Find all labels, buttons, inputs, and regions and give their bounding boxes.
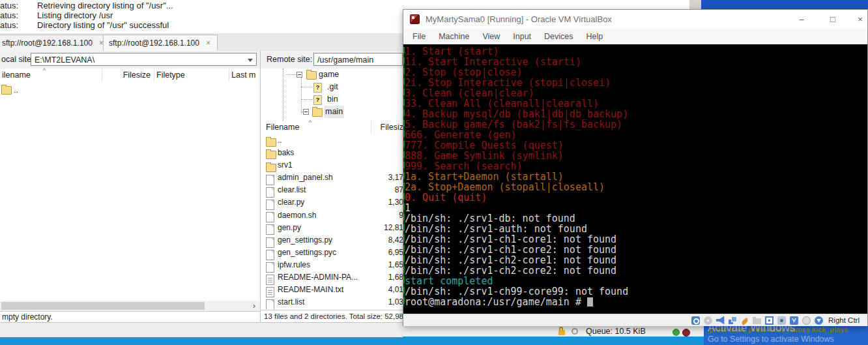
background-window-area: _proto item_proto item_names kick_playe … — [704, 325, 868, 345]
maximize-button[interactable]: □ — [823, 10, 843, 29]
window-title: MyMartySama0 [Running] - Oracle VM Virtu… — [426, 10, 612, 29]
virtualbox-titlebar[interactable]: MyMartySama0 [Running] - Oracle VM Virtu… — [403, 10, 867, 29]
remote-file-row[interactable]: clear.list 87 — [261, 184, 403, 196]
remote-file-row[interactable]: ipfw.rules 1,65 — [261, 259, 403, 271]
tree-item-bin[interactable]: ? bin — [261, 93, 403, 106]
remote-file-row[interactable]: daemon.sh 9 — [261, 209, 403, 222]
terminal-line: 2a. Stop+Daemon (stopall|closeall) — [405, 182, 628, 192]
tab-sftp-connection-2[interactable]: sftp://root@192.168.1.100× — [103, 35, 218, 51]
tree-item-label: main — [324, 106, 344, 118]
audio-icon[interactable] — [716, 316, 725, 325]
column-header-filetype[interactable]: Filetype — [154, 68, 229, 82]
tree-item-main[interactable]: main — [261, 106, 403, 118]
remote-file-row[interactable]: gen_settings.py 8,42 — [261, 234, 403, 247]
status-line: atus:Directory listing of "/usr" success… — [0, 20, 403, 30]
activate-windows-watermark: Activate Windows — [708, 325, 795, 335]
column-header-filename[interactable]: ilename — [0, 68, 102, 82]
file-name: baks — [278, 147, 294, 159]
local-file-list-header: ilename ^ Filesize Filetype Last m — [0, 68, 260, 83]
tree-item-git[interactable]: ? .git — [261, 81, 403, 93]
terminal-line: root@maradona:/usr/game/main # — [405, 297, 628, 307]
hard-disks-icon[interactable] — [691, 316, 700, 325]
file-name: gen.py — [278, 222, 301, 234]
terminal-line: 999. Search (search) — [405, 161, 628, 172]
terminal-line: /bin/sh: ./srv1-ch1-core1: not found — [405, 234, 628, 245]
local-path-combobox[interactable]: E:\MT2LEVANA\ — [31, 53, 257, 66]
host-key-icon[interactable] — [815, 316, 823, 325]
remote-file-row[interactable]: admin_panel.sh 3,17 — [261, 172, 403, 184]
menu-item[interactable]: Help — [580, 32, 610, 41]
terminal-line: 666. Generate (gen) — [405, 130, 628, 140]
shared-folders-icon[interactable] — [753, 318, 761, 324]
column-header-filesize[interactable]: Filesiz — [371, 121, 403, 134]
tab-sftp-connection-1[interactable]: sftp://root@192.168.1.100× — [0, 35, 106, 51]
remote-path-combobox[interactable]: /usr/game/main — [313, 53, 403, 66]
terminal-line: 3. Clean (clean|clear) — [405, 88, 628, 98]
vm-display[interactable]: 1. Start (start) 1i. Start Interactive (… — [403, 44, 867, 314]
menu-item[interactable]: Machine — [432, 32, 476, 41]
scrollbar-right-arrow[interactable]: › — [249, 301, 259, 311]
file-name: gen_settings.pyc — [278, 247, 336, 259]
queue-size-text: Queue: 10.5 KiB — [586, 326, 646, 337]
display-icon[interactable] — [765, 316, 774, 325]
collapse-icon[interactable] — [303, 109, 309, 115]
file-size: 87 — [395, 184, 403, 196]
remote-file-row[interactable]: .. — [261, 134, 403, 147]
local-parent-dir-row[interactable]: .. — [0, 84, 260, 96]
menu-item[interactable]: Devices — [538, 32, 579, 41]
remote-file-row[interactable]: README-ADMIN-PA... 1,68 — [261, 271, 403, 284]
minimize-button[interactable]: – — [792, 10, 811, 29]
status-label: atus: — [0, 20, 37, 30]
menu-item[interactable]: File — [406, 32, 432, 41]
remote-directory-tree: game ? .git ? bin main — [260, 68, 403, 121]
chevron-down-icon[interactable] — [248, 59, 253, 62]
remote-site-bar: Remote site: /usr/game/main — [260, 51, 403, 68]
column-header-filesize[interactable]: Filesize — [102, 68, 154, 82]
remote-file-row[interactable]: start.list 1,03 — [261, 296, 403, 308]
queue-clock-icon — [571, 328, 578, 335]
network-icon[interactable] — [729, 316, 737, 325]
mouse-integration-icon[interactable] — [802, 316, 811, 325]
file-name: .. — [278, 134, 282, 147]
filezilla-message-log: atus:Retrieving directory listing of "/u… — [0, 0, 403, 33]
menu-item[interactable]: Input — [506, 32, 538, 41]
virtualbox-icon — [410, 14, 420, 24]
terminal-line: 888. Game Symlink (symlink) — [405, 151, 628, 161]
folder-icon — [1, 86, 12, 95]
file-name: .. — [14, 84, 18, 96]
file-size: 1,65 — [388, 259, 403, 271]
file-name: clear.list — [278, 184, 306, 196]
column-header-filename[interactable]: Filename — [261, 121, 371, 134]
optical-drives-icon[interactable] — [704, 316, 712, 325]
folder-unknown-icon: ? — [313, 95, 322, 105]
terminal-line: /bin/sh: ./srv1-ch2-core2: not found — [405, 265, 628, 276]
features-icon[interactable] — [790, 316, 798, 325]
status-label: atus: — [0, 1, 37, 10]
remote-status-text: 13 files and 2 directories. Total size: … — [260, 310, 403, 322]
queue-status-bar: Queue: 10.5 KiB — [403, 326, 704, 337]
column-header-lastmodified[interactable]: Last m — [229, 68, 260, 82]
horizontal-scrollbar[interactable]: › — [0, 301, 260, 311]
remote-file-row[interactable]: gen.py 12,81 — [261, 222, 403, 234]
recording-icon[interactable] — [777, 316, 786, 325]
file-name: start.list — [278, 296, 304, 308]
tab-label: sftp://root@192.168.1.100 — [2, 38, 93, 48]
menu-item[interactable]: View — [476, 32, 506, 41]
background-window-titlebar — [701, 0, 868, 9]
close-tab-icon[interactable]: × — [206, 38, 210, 48]
scrollbar-thumb[interactable] — [1, 302, 205, 310]
tree-item-game[interactable]: game — [261, 68, 403, 81]
tab-bar: sftp://root@192.168.1.100× sftp://root@1… — [0, 33, 403, 52]
sort-ascending-icon: ^ — [43, 67, 46, 74]
taskbar-strip — [0, 337, 704, 345]
remote-file-row[interactable]: README-MAIN.txt 4,01 — [261, 284, 403, 296]
remote-file-row[interactable]: gen_settings.pyc 6,95 — [261, 247, 403, 259]
remote-file-row[interactable]: baks — [261, 147, 403, 159]
close-button[interactable]: × — [852, 10, 868, 29]
remote-file-row[interactable]: clear.py 1,30 — [261, 196, 403, 209]
collapse-icon[interactable] — [297, 72, 302, 78]
activate-windows-watermark-subtitle: Go to Settings to activate Windows — [708, 335, 834, 344]
usb-icon[interactable] — [741, 318, 749, 325]
remote-file-row[interactable]: srv1 — [261, 159, 403, 172]
remote-file-list-header: Filename ^ Filesiz — [260, 121, 403, 135]
